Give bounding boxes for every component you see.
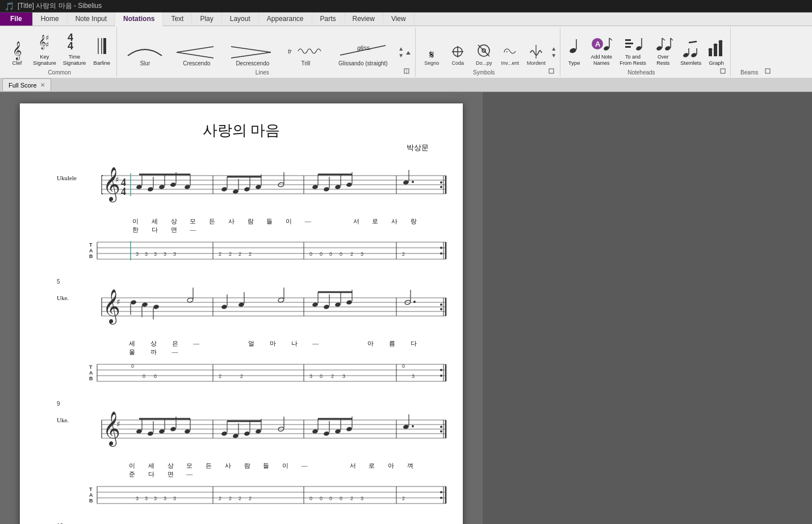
add-note-names-button[interactable]: A Add NoteNames [587, 31, 616, 68]
clef-icon: 𝄞 [12, 43, 22, 59]
svg-rect-123 [130, 241, 131, 260]
lines-scroll-up[interactable]: ▲ [398, 45, 404, 52]
over-rests-button[interactable]: OverRests [650, 31, 677, 68]
svg-rect-32 [625, 46, 631, 48]
symbols-scroll-down[interactable]: ▼ [551, 52, 556, 59]
svg-rect-22 [549, 69, 554, 73]
coda-button[interactable]: Coda [445, 44, 470, 68]
title-bar: 🎵 [Title] 사랑의 마음 - Sibelius [0, 0, 812, 13]
svg-point-49 [708, 48, 712, 51]
svg-point-221 [440, 430, 442, 432]
main-area: 사랑의 마음 박상문 Ukulele 𝄞 4 4 [0, 92, 812, 524]
clef-button[interactable]: 𝄞 Clef [6, 41, 28, 67]
svg-text:2: 2 [238, 251, 241, 257]
barline-button[interactable]: Barline [90, 35, 113, 67]
svg-point-159 [153, 304, 159, 309]
tab-file[interactable]: File [0, 13, 33, 26]
symbols-expand[interactable] [549, 68, 554, 75]
doppio-button[interactable]: Do...py [471, 41, 496, 68]
beams-expand[interactable] [765, 68, 771, 75]
noteheads-group: Type A Add [560, 27, 731, 77]
to-from-rests-button[interactable]: To andFrom Rests [617, 31, 648, 68]
svg-point-105 [403, 180, 409, 185]
tab-home[interactable]: Home [33, 13, 68, 26]
close-tab-button[interactable]: ✕ [40, 82, 45, 88]
svg-text:♯: ♯ [45, 40, 49, 49]
svg-text:0: 0 [309, 251, 312, 257]
slur-label: Slur [140, 60, 150, 66]
tab-notations[interactable]: Notations [115, 13, 163, 26]
noteheads-expand[interactable] [720, 68, 726, 75]
stemlets-button[interactable]: Stemlets [678, 37, 704, 67]
svg-text:2: 2 [229, 251, 232, 257]
tab-svg-2: T A B 0 0 [88, 359, 451, 390]
crescendo-img [174, 42, 219, 58]
tab-note-input[interactable]: Note Input [68, 13, 115, 26]
crescendo-button[interactable]: Crescendo [169, 41, 224, 68]
to-from-rests-icon [622, 32, 643, 54]
svg-text:2: 2 [219, 251, 221, 257]
svg-point-239 [255, 429, 261, 434]
lines-scroll-down[interactable]: ▼ [398, 52, 404, 59]
svg-text:3: 3 [136, 496, 139, 501]
tab-review[interactable]: Review [345, 13, 383, 26]
beams-items [734, 28, 773, 68]
svg-text:0: 0 [320, 251, 323, 257]
svg-rect-48 [719, 43, 722, 56]
trill-img: tr [286, 42, 325, 58]
svg-text:2: 2 [240, 373, 243, 379]
mordent-button[interactable]: Mordent [524, 41, 549, 68]
tab-view[interactable]: View [383, 13, 415, 26]
svg-rect-52 [721, 69, 725, 73]
svg-text:2: 2 [219, 373, 221, 379]
lines-group-items: Slur Crescendo Decrescendo [120, 28, 412, 68]
svg-text:2: 2 [350, 251, 353, 257]
tab-play[interactable]: Play [192, 13, 221, 26]
lyrics-row-2: 세 상 은 — 얼 마 나 — 아 름 다 울 까 — [88, 339, 429, 356]
full-score-tab-label: Full Score [9, 82, 37, 89]
invertita-button[interactable]: ·· Inv...ent [497, 42, 522, 68]
tab-appearance[interactable]: Appearance [259, 13, 312, 26]
lines-scroll-arrows[interactable]: ▲ ▼ [398, 45, 404, 59]
svg-text:3: 3 [154, 251, 157, 257]
full-score-tab[interactable]: Full Score ✕ [2, 78, 51, 91]
lines-expand-btn[interactable] [405, 50, 412, 59]
svg-rect-7 [103, 38, 106, 54]
coda-icon [451, 45, 464, 60]
stemlets-label: Stemlets [680, 60, 701, 66]
decrescendo-img [228, 42, 277, 58]
svg-point-253 [403, 424, 409, 429]
glissando-button[interactable]: gliss. Glissando (straight) [330, 41, 396, 68]
slur-button[interactable]: Slur [120, 41, 169, 68]
measure-number-3: 9 [57, 401, 60, 407]
title-text: [Title] 사랑의 마음 - Sibelius [18, 1, 102, 11]
svg-point-38 [664, 45, 671, 51]
svg-text:3: 3 [361, 496, 363, 501]
segno-button[interactable]: 𝄋 Segno [419, 48, 444, 68]
lines-group-expand[interactable] [404, 68, 409, 75]
svg-point-76 [147, 186, 153, 192]
instrument-label-2: Uke. [57, 294, 69, 301]
symbols-scroll-up[interactable]: ▲ [551, 45, 556, 52]
key-signature-button[interactable]: 𝄞♯♯ KeySignature [31, 29, 58, 68]
common-group-items: 𝄞 Clef 𝄞♯♯ KeySignature 44 TimeSignature [6, 28, 113, 68]
svg-rect-53 [765, 69, 770, 73]
type-button[interactable]: Type [563, 35, 585, 67]
score-area[interactable]: 사랑의 마음 박상문 Ukulele 𝄞 4 4 [0, 92, 483, 524]
score-composer: 박상문 [54, 143, 429, 153]
trill-button[interactable]: tr Trill [281, 41, 330, 68]
tab-layout[interactable]: Layout [222, 13, 259, 26]
decrescendo-label: Decrescendo [236, 60, 269, 66]
time-signature-button[interactable]: 44 TimeSignature [61, 28, 89, 68]
symbols-group: 𝄋 Segno Coda [416, 27, 560, 77]
symbols-scroll-arrows[interactable]: ▲ ▼ [551, 45, 556, 59]
graph-button[interactable]: Graph [705, 37, 728, 67]
decrescendo-button[interactable]: Decrescendo [224, 41, 281, 68]
tab-text[interactable]: Text [163, 13, 192, 26]
instrument-label-1: Ukulele [57, 174, 77, 181]
svg-text:A: A [89, 492, 93, 498]
tab-parts[interactable]: Parts [312, 13, 345, 26]
svg-point-98 [323, 186, 329, 192]
svg-text:B: B [89, 498, 93, 504]
staff-system-2: 5 Uke. 𝄞 ♯ [88, 286, 429, 392]
